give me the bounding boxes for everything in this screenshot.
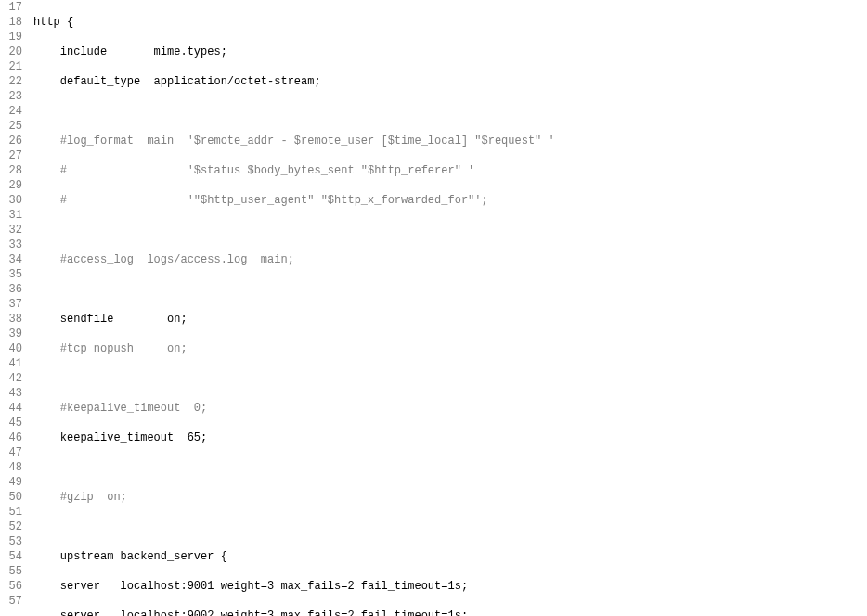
line-number: 50: [0, 490, 22, 505]
line-number: 41: [0, 356, 22, 371]
line-number: 52: [0, 520, 22, 534]
code-line: http {: [33, 15, 867, 30]
line-number: 49: [0, 475, 22, 490]
code-line: [33, 371, 867, 386]
code-line: # '$status $body_bytes_sent "$http_refer…: [33, 163, 867, 178]
line-number: 44: [0, 401, 22, 416]
code-line: #access_log logs/access.log main;: [33, 252, 867, 267]
line-number: 54: [0, 549, 22, 564]
line-number: 35: [0, 267, 22, 282]
line-number: 48: [0, 460, 22, 475]
line-number: 27: [0, 148, 22, 163]
code-line: # '"$http_user_agent" "$http_x_forwarded…: [33, 193, 867, 208]
code-line: default_type application/octet-stream;: [33, 74, 867, 89]
line-number: 32: [0, 223, 22, 237]
line-number: 42: [0, 371, 22, 386]
line-number: 51: [0, 505, 22, 520]
line-number: 34: [0, 252, 22, 267]
line-number: 53: [0, 534, 22, 549]
line-number: 23: [0, 89, 22, 104]
code-line: [33, 104, 867, 119]
code-line: [33, 282, 867, 297]
line-number: 45: [0, 416, 22, 430]
code-line: upstream backend_server {: [33, 549, 867, 564]
line-number: 31: [0, 208, 22, 223]
code-line: #keepalive_timeout 0;: [33, 401, 867, 416]
line-number: 22: [0, 74, 22, 89]
line-number: 21: [0, 59, 22, 74]
line-number: 55: [0, 564, 22, 579]
line-number: 33: [0, 237, 22, 252]
code-line: #tcp_nopush on;: [33, 341, 867, 356]
line-number: 28: [0, 163, 22, 178]
code-area[interactable]: http { include mime.types; default_type …: [28, 0, 867, 616]
line-number: 26: [0, 134, 22, 148]
line-number: 37: [0, 297, 22, 312]
line-number: 17: [0, 0, 22, 15]
line-number: 18: [0, 15, 22, 30]
code-line: [33, 520, 867, 534]
code-line: #gzip on;: [33, 490, 867, 505]
code-line: server localhost:9001 weight=3 max_fails…: [33, 579, 867, 594]
line-number: 46: [0, 430, 22, 445]
line-number: 57: [0, 594, 22, 609]
line-number: 30: [0, 193, 22, 208]
code-line: [33, 460, 867, 475]
code-line: keepalive_timeout 65;: [33, 430, 867, 445]
code-line: server localhost:9002 weight=3 max_fails…: [33, 609, 867, 616]
line-number: 56: [0, 579, 22, 594]
code-line: sendfile on;: [33, 312, 867, 327]
code-line: include mime.types;: [33, 45, 867, 59]
line-number: 36: [0, 282, 22, 297]
line-number: 43: [0, 386, 22, 401]
line-number: 38: [0, 312, 22, 327]
line-number: 40: [0, 341, 22, 356]
code-line: #log_format main '$remote_addr - $remote…: [33, 134, 867, 148]
line-number: 20: [0, 45, 22, 59]
code-line: [33, 223, 867, 237]
line-number: 47: [0, 445, 22, 460]
line-number: 24: [0, 104, 22, 119]
line-number: 25: [0, 119, 22, 134]
line-number: 19: [0, 30, 22, 45]
line-number: 39: [0, 327, 22, 341]
line-number-gutter: 17 18 19 20 21 22 23 24 25 26 27 28 29 3…: [0, 0, 28, 616]
line-number: 29: [0, 178, 22, 193]
